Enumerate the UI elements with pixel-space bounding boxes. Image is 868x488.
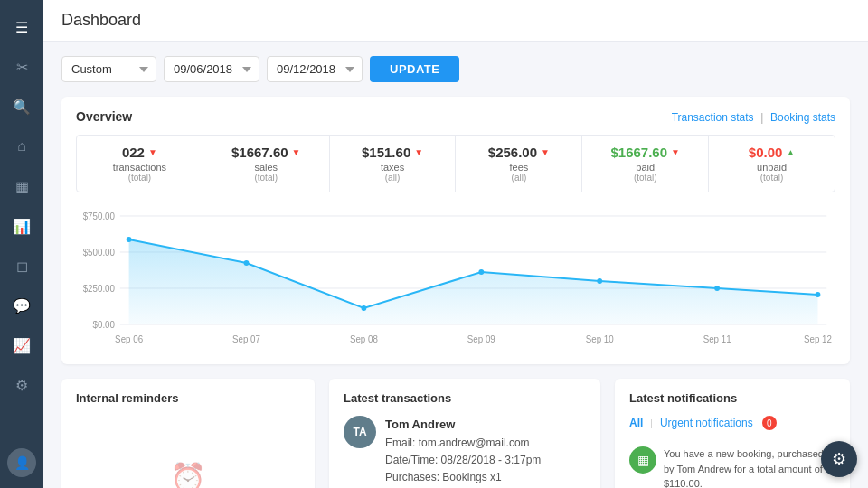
transaction-avatar: TA — [344, 416, 376, 448]
page-title: Dashboard — [61, 11, 850, 30]
stats-row: 022 ▼ transactions (total) $1667.60 ▼ sa… — [76, 135, 835, 192]
stat-transactions-label: transactions — [88, 162, 192, 173]
stat-transactions-arrow: ▼ — [148, 147, 157, 157]
sidebar-menu-icon[interactable]: ☰ — [5, 11, 38, 43]
stat-transactions-value: 022 — [122, 145, 145, 160]
svg-text:$750.00: $750.00 — [83, 211, 116, 221]
internal-reminders-panel: Internal reminders ⏰ You have no interna… — [61, 379, 315, 488]
sidebar-tools-icon[interactable]: ✂ — [5, 51, 38, 83]
stat-unpaid: $0.00 ▲ unpaid (total) — [709, 136, 835, 192]
notif-booking-icon-0: ▦ — [629, 446, 656, 474]
page-header: Dashboard — [43, 0, 868, 42]
chart-svg: $750.00 $500.00 $250.00 $0.00 — [76, 207, 835, 352]
latest-notifications-panel: Latest notifications All | Urgent notifi… — [615, 379, 850, 488]
svg-text:Sep 09: Sep 09 — [467, 334, 495, 344]
stat-fees-value: $256.00 — [488, 145, 537, 160]
transaction-datetime: Date/Time: 08/28/2018 - 3:17pm — [385, 454, 541, 466]
date-to-select[interactable]: 09/12/2018 — [267, 56, 363, 82]
stat-sales-sublabel: (total) — [214, 173, 318, 183]
notif-text-0: You have a new booking, purchased by Tom… — [664, 448, 824, 488]
stat-sales: $1667.60 ▼ sales (total) — [203, 136, 330, 192]
overview-links: Transaction stats | Booking stats — [672, 110, 835, 124]
svg-text:Sep 08: Sep 08 — [350, 334, 378, 344]
sidebar-chat-icon[interactable]: 💬 — [5, 289, 38, 322]
stat-sales-value: $1667.60 — [231, 145, 288, 160]
stat-unpaid-sublabel: (total) — [720, 173, 824, 183]
transactions-title: Latest transactions — [344, 391, 586, 405]
sidebar-trending-icon[interactable]: 📈 — [5, 329, 38, 361]
user-avatar[interactable]: 👤 — [7, 448, 36, 477]
bottom-row: Internal reminders ⏰ You have no interna… — [61, 379, 850, 488]
svg-text:Sep 06: Sep 06 — [115, 334, 143, 344]
stat-sales-arrow: ▼ — [292, 147, 301, 157]
stat-fees: $256.00 ▼ fees (all) — [456, 136, 582, 192]
svg-text:$0.00: $0.00 — [93, 320, 116, 330]
stat-fees-arrow: ▼ — [541, 147, 550, 157]
main-body: Custom Today This Week This Month 09/06/… — [43, 42, 868, 488]
stat-taxes-arrow: ▼ — [414, 147, 423, 157]
transaction-email: Email: tom.andrew@mail.com — [385, 436, 530, 449]
transaction-item: TA Tom Andrew Email: tom.andrew@mail.com… — [344, 416, 586, 488]
chart-point-5 — [714, 286, 720, 291]
chart-point-3 — [478, 269, 484, 275]
stat-unpaid-value: $0.00 — [749, 145, 783, 160]
stat-taxes-value: $151.60 — [362, 145, 410, 160]
svg-text:$250.00: $250.00 — [83, 284, 116, 294]
overview-header: Overview Transaction stats | Booking sta… — [76, 109, 835, 124]
svg-text:Sep 10: Sep 10 — [586, 334, 614, 344]
date-from-select[interactable]: 09/06/2018 — [164, 56, 259, 82]
notif-item-0: ▦ You have a new booking, purchased by T… — [629, 439, 835, 488]
sidebar-search-icon[interactable]: 🔍 — [5, 90, 38, 123]
stat-taxes-label: taxes — [341, 162, 445, 173]
notif-tabs: All | Urgent notifications 0 — [629, 416, 835, 430]
chart-point-6 — [816, 292, 821, 297]
transaction-purchases: Purchases: Bookings x1 — [385, 471, 502, 483]
overview-chart: $750.00 $500.00 $250.00 $0.00 — [76, 207, 835, 352]
chart-point-2 — [361, 305, 366, 311]
svg-text:Sep 12: Sep 12 — [804, 334, 832, 344]
chart-point-1 — [244, 260, 250, 266]
svg-text:$500.00: $500.00 — [83, 248, 116, 258]
urgent-count-badge: 0 — [762, 416, 777, 430]
stat-paid-label: paid — [593, 162, 697, 173]
sidebar: ☰ ✂ 🔍 ⌂ ▦ 📊 ◻ 💬 📈 ⚙ 👤 — [0, 0, 43, 488]
sidebar-stats-icon[interactable]: 📊 — [5, 210, 38, 242]
stat-transactions: 022 ▼ transactions (total) — [77, 136, 203, 192]
chart-point-4 — [597, 278, 602, 284]
main-content: Dashboard Custom Today This Week This Mo… — [43, 0, 868, 488]
latest-transactions-panel: Latest transactions TA Tom Andrew Email:… — [329, 379, 600, 488]
stat-taxes: $151.60 ▼ taxes (all) — [330, 136, 457, 192]
update-button[interactable]: UPDATE — [370, 56, 459, 82]
date-type-select[interactable]: Custom Today This Week This Month — [61, 56, 156, 82]
reminders-empty: ⏰ You have no internal reminders. — [76, 416, 300, 488]
booking-stats-link[interactable]: Booking stats — [770, 111, 835, 124]
stat-paid: $1667.60 ▼ paid (total) — [582, 136, 709, 192]
stat-taxes-sublabel: (all) — [341, 173, 445, 183]
tab-all[interactable]: All — [629, 417, 643, 429]
stat-fees-sublabel: (all) — [467, 173, 571, 183]
transaction-stats-link[interactable]: Transaction stats — [672, 111, 754, 124]
overview-title: Overview — [76, 109, 132, 124]
sidebar-settings-icon[interactable]: ⚙ — [5, 369, 38, 401]
notifications-title: Latest notifications — [629, 391, 835, 405]
svg-text:Sep 07: Sep 07 — [232, 334, 260, 344]
stat-transactions-sublabel: (total) — [88, 173, 192, 183]
sidebar-calendar-icon[interactable]: ▦ — [5, 170, 38, 202]
overview-card: Overview Transaction stats | Booking sta… — [61, 97, 850, 364]
gear-button[interactable]: ⚙ — [821, 441, 857, 477]
stat-paid-value: $1667.60 — [610, 145, 667, 160]
chart-point-0 — [127, 237, 132, 242]
stat-unpaid-label: unpaid — [720, 162, 824, 173]
reminders-title: Internal reminders — [76, 391, 300, 405]
svg-text:Sep 11: Sep 11 — [703, 334, 731, 344]
alarm-icon: ⏰ — [170, 461, 206, 489]
stat-paid-arrow: ▼ — [671, 147, 680, 157]
tab-urgent[interactable]: Urgent notifications — [660, 417, 753, 429]
stat-sales-label: sales — [214, 162, 318, 173]
transaction-name: Tom Andrew — [385, 418, 455, 431]
sidebar-home-icon[interactable]: ⌂ — [5, 130, 38, 163]
sidebar-box-icon[interactable]: ◻ — [5, 249, 38, 282]
filters-bar: Custom Today This Week This Month 09/06/… — [61, 56, 850, 82]
stat-paid-sublabel: (total) — [593, 173, 697, 183]
stat-unpaid-arrow: ▲ — [786, 147, 795, 157]
